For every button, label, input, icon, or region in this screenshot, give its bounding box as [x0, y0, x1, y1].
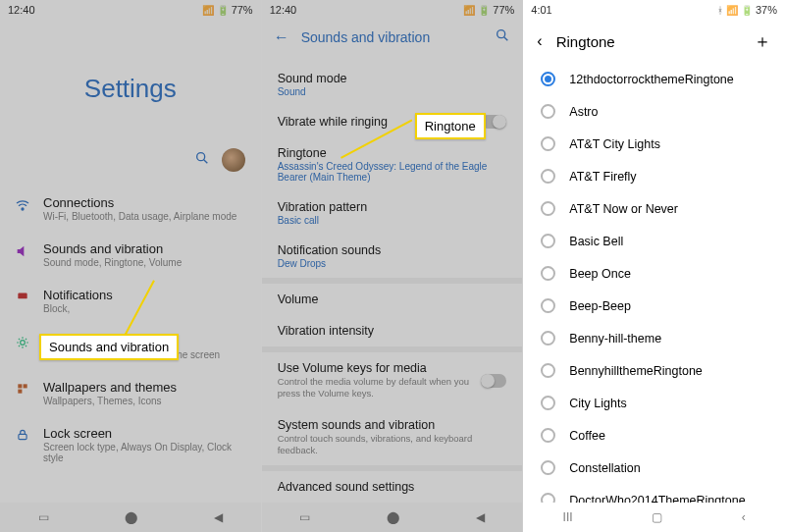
sound-icon: [14, 241, 31, 259]
ringtone-option[interactable]: Constellation: [523, 452, 785, 484]
home-button[interactable]: ⬤: [387, 510, 399, 524]
ringtone-option[interactable]: Basic Bell: [523, 225, 785, 257]
status-battery: 37%: [756, 4, 777, 16]
description: Control touch sounds, vibrations, and ke…: [278, 433, 507, 457]
recent-button[interactable]: ▭: [299, 510, 310, 524]
item-title: Sounds and vibration: [43, 241, 247, 256]
home-button[interactable]: ▢: [652, 510, 662, 524]
value: Assassin's Creed Odyssey: Legend of the …: [278, 161, 507, 183]
radio-button[interactable]: [541, 363, 555, 378]
item-subtitle: Wi-Fi, Bluetooth, Data usage, Airplane m…: [43, 211, 247, 222]
settings-screen: 12:40 📶 🔋 77% Settings ConnectionsWi-Fi,…: [0, 0, 262, 532]
nav-bar: III ▢ ‹: [523, 503, 785, 532]
vibration-pattern-row[interactable]: Vibration pattern Basic call: [278, 191, 507, 235]
value: Dew Drops: [278, 258, 507, 269]
notification-sounds-row[interactable]: Notification sounds Dew Drops: [278, 235, 507, 278]
wifi-icon: 📶: [726, 5, 738, 16]
status-battery: 77%: [232, 4, 253, 16]
sound-mode-row[interactable]: Sound mode Sound: [278, 63, 507, 106]
label: Ringtone: [278, 146, 507, 160]
recent-button[interactable]: ▭: [38, 510, 49, 524]
radio-button[interactable]: [541, 104, 555, 119]
search-icon[interactable]: [495, 27, 510, 47]
back-button[interactable]: ◀: [476, 510, 485, 524]
radio-button[interactable]: [541, 428, 555, 443]
label: Vibration intensity: [278, 324, 507, 338]
settings-item-connections[interactable]: ConnectionsWi-Fi, Bluetooth, Data usage,…: [0, 186, 261, 232]
status-time: 4:01: [531, 4, 551, 16]
radio-button[interactable]: [541, 201, 555, 216]
ringtone-option[interactable]: Benny-hill-theme: [523, 322, 785, 354]
avatar[interactable]: [222, 148, 245, 172]
radio-button[interactable]: [541, 72, 555, 86]
radio-button[interactable]: [541, 234, 555, 248]
ringtone-option[interactable]: 12thdoctorrockthemeRingtone: [523, 63, 785, 95]
status-time: 12:40: [270, 4, 297, 16]
vibration-intensity-row[interactable]: Vibration intensity: [278, 315, 507, 346]
status-battery: 77%: [493, 4, 514, 16]
ringtone-option[interactable]: Coffee: [523, 419, 785, 452]
radio-button[interactable]: [541, 460, 555, 475]
recent-button[interactable]: III: [563, 510, 573, 524]
settings-item-notifications[interactable]: NotificationsBlock,: [0, 278, 261, 324]
value: Sound: [278, 86, 507, 97]
bluetooth-icon: ᚼ: [717, 5, 723, 16]
callout-ringtone: Ringtone: [415, 113, 486, 139]
item-subtitle: Screen lock type, Always On Display, Clo…: [43, 442, 247, 463]
settings-item-lock-screen[interactable]: Lock screenScreen lock type, Always On D…: [0, 416, 261, 473]
radio-button[interactable]: [541, 396, 555, 410]
back-button[interactable]: ‹: [742, 510, 746, 524]
back-button[interactable]: ◀: [214, 510, 223, 524]
ringtone-label: Basic Bell: [569, 235, 623, 248]
advanced-sound-row[interactable]: Advanced sound settings: [278, 471, 507, 503]
ringtone-option[interactable]: AT&T Now or Never: [523, 192, 785, 225]
item-subtitle: Wallpapers, Themes, Icons: [43, 396, 247, 406]
ringtone-label: Beep-Beep: [569, 299, 631, 313]
ringtone-label: AT&T Firefly: [569, 170, 636, 184]
ringtone-option[interactable]: City Lights: [523, 387, 785, 419]
svg-rect-8: [19, 434, 26, 439]
settings-item-sounds-and-vibration[interactable]: Sounds and vibrationSound mode, Ringtone…: [0, 232, 261, 278]
volume-row[interactable]: Volume: [278, 284, 507, 315]
ringtone-label: AT&T Now or Never: [569, 202, 678, 216]
status-bar: 4:01 ᚼ 📶 🔋 37%: [523, 0, 785, 20]
radio-button[interactable]: [541, 169, 555, 184]
volume-keys-media-row[interactable]: Use Volume keys for media Control the me…: [278, 352, 507, 409]
item-title: Lock screen: [43, 426, 247, 441]
home-button[interactable]: ⬤: [125, 510, 137, 524]
search-icon[interactable]: [194, 150, 210, 170]
svg-point-2: [22, 208, 24, 210]
add-icon[interactable]: ＋: [754, 29, 771, 53]
label: Sound mode: [278, 72, 507, 85]
ringtone-option[interactable]: BennyhillthemeRingtone: [523, 354, 785, 387]
svg-rect-5: [18, 384, 22, 388]
ringtone-label: City Lights: [569, 397, 626, 410]
ringtone-option[interactable]: Beep-Beep: [523, 290, 785, 322]
ringtone-option[interactable]: AT&T Firefly: [523, 160, 785, 192]
item-title: Connections: [43, 195, 247, 210]
nav-bar: ▭ ⬤ ◀: [0, 503, 261, 532]
system-sounds-row[interactable]: System sounds and vibration Control touc…: [278, 409, 507, 466]
settings-item-wallpapers-and-themes[interactable]: Wallpapers and themesWallpapers, Themes,…: [0, 370, 261, 416]
back-icon[interactable]: ‹: [537, 32, 542, 50]
svg-point-0: [196, 153, 204, 161]
radio-button[interactable]: [541, 298, 555, 313]
label: Volume: [278, 293, 507, 306]
radio-button[interactable]: [541, 266, 555, 281]
themes-icon: [14, 380, 31, 396]
radio-button[interactable]: [541, 331, 555, 346]
status-time: 12:40: [8, 4, 35, 16]
back-icon[interactable]: ←: [274, 28, 289, 46]
ringtone-row[interactable]: Ringtone Assassin's Creed Odyssey: Legen…: [278, 137, 507, 191]
ringtone-option[interactable]: Beep Once: [523, 257, 785, 290]
ringtone-option[interactable]: Astro: [523, 95, 785, 128]
item-subtitle: Sound mode, Ringtone, Volume: [43, 257, 247, 268]
signal-icon: 📶: [202, 5, 214, 16]
ringtone-option[interactable]: AT&T City Lights: [523, 128, 785, 160]
ringtone-label: BennyhillthemeRingtone: [569, 364, 703, 378]
radio-button[interactable]: [541, 136, 555, 151]
toggle-switch[interactable]: [481, 374, 506, 388]
ringtone-label: Constellation: [569, 461, 640, 475]
ringtone-picker-screen: 4:01 ᚼ 📶 🔋 37% ‹ Ringtone ＋ 12thdoctorro…: [523, 0, 785, 532]
sounds-vibration-screen: 12:40 📶 🔋 77% ← Sounds and vibration Sou…: [262, 0, 524, 532]
